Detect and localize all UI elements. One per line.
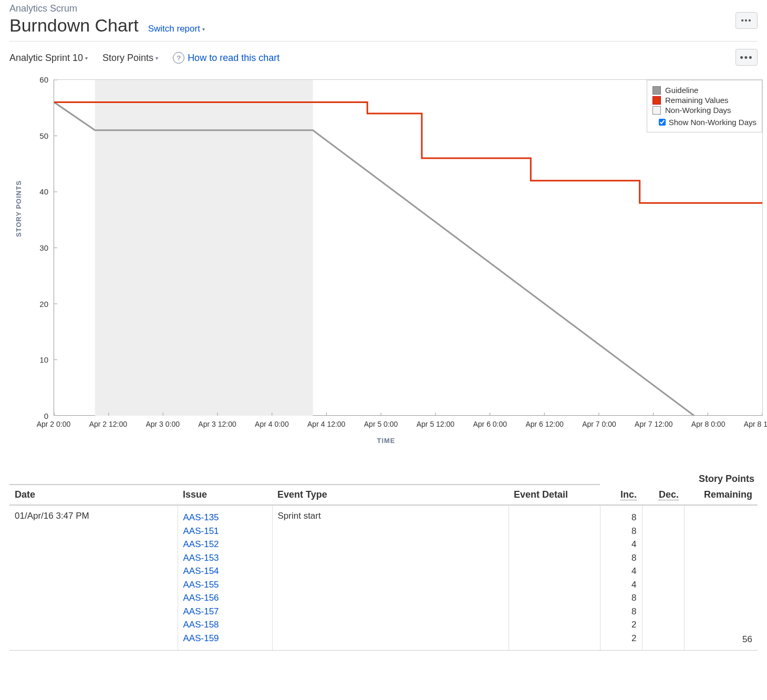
help-icon: ?: [173, 52, 184, 64]
divider: [9, 41, 758, 42]
inc-value: 8: [606, 511, 637, 524]
legend-label-remaining: Remaining Values: [665, 96, 729, 105]
issue-link[interactable]: AAS-152: [183, 538, 267, 551]
sprint-picker-label: Analytic Sprint 10: [9, 53, 83, 64]
burndown-chart: STORY POINTS 0102030405060 Guideline Rem…: [15, 79, 758, 458]
cell-event-type: Sprint start: [272, 505, 509, 651]
chevron-down-icon: ▾: [156, 55, 158, 61]
events-table: Story Points Date Issue Event Type Event…: [9, 473, 758, 651]
issue-link[interactable]: AAS-158: [183, 618, 267, 632]
col-dec-label: Dec.: [642, 485, 684, 505]
legend-swatch-remaining: [652, 96, 661, 105]
chart-more-actions-button[interactable]: •••: [735, 49, 758, 66]
y-tick: 60: [29, 75, 48, 84]
cell-issues: AAS-135AAS-151AAS-152AAS-153AAS-154AAS-1…: [178, 505, 272, 651]
inc-value: 4: [606, 538, 637, 551]
x-tick: Apr 8 0:00: [691, 420, 725, 428]
y-axis-label: STORY POINTS: [15, 180, 23, 237]
estimation-picker-label: Story Points: [102, 53, 153, 64]
x-tick: Apr 3 0:00: [146, 420, 180, 428]
x-tick: Apr 4 0:00: [255, 420, 289, 428]
x-axis-label: TIME: [377, 437, 395, 445]
inc-value: 8: [606, 551, 637, 565]
chart-plot-area: Guideline Remaining Values Non-Working D…: [54, 79, 763, 416]
more-actions-button[interactable]: •••: [735, 12, 758, 29]
x-tick: Apr 3 12:00: [198, 420, 236, 428]
legend-label-nonworking: Non-Working Days: [665, 106, 731, 115]
x-tick: Apr 6 12:00: [525, 420, 563, 428]
col-date: [9, 473, 178, 485]
ellipsis-icon: •••: [741, 16, 752, 25]
cell-event-detail: [509, 505, 600, 651]
issue-link[interactable]: AAS-156: [183, 591, 267, 605]
legend-swatch-guideline: [652, 86, 661, 95]
sprint-picker[interactable]: Analytic Sprint 10▾: [9, 53, 88, 64]
chevron-down-icon: ▾: [202, 26, 205, 32]
issue-link[interactable]: AAS-135: [183, 511, 267, 524]
cell-dec: [642, 505, 684, 651]
legend-swatch-nonworking: [652, 106, 661, 115]
page-title: Burndown Chart: [9, 15, 139, 36]
y-tick: 50: [29, 131, 48, 140]
issue-link[interactable]: AAS-151: [183, 524, 267, 538]
how-to-read-link[interactable]: ? How to read this chart: [173, 52, 279, 64]
issue-link[interactable]: AAS-159: [183, 632, 267, 645]
inc-value: 8: [606, 524, 637, 538]
show-nonworking-checkbox[interactable]: [659, 119, 666, 126]
legend-label-guideline: Guideline: [665, 86, 698, 95]
x-tick: Apr 8 12:00: [744, 420, 767, 428]
x-tick: Apr 4 12:00: [307, 420, 345, 428]
chart-legend: Guideline Remaining Values Non-Working D…: [647, 80, 762, 132]
x-tick: Apr 7 12:00: [635, 420, 672, 428]
y-tick: 30: [29, 243, 48, 252]
inc-value: 4: [606, 578, 637, 592]
y-tick: 0: [29, 411, 48, 420]
x-tick: Apr 2 12:00: [89, 420, 127, 428]
issue-link[interactable]: AAS-157: [183, 605, 267, 619]
col-remaining-label: Remaining: [684, 485, 758, 505]
issue-link[interactable]: AAS-155: [183, 578, 267, 592]
switch-report-link[interactable]: Switch report▾: [148, 24, 205, 34]
issue-link[interactable]: AAS-154: [183, 564, 267, 578]
estimation-picker[interactable]: Story Points▾: [102, 53, 158, 64]
col-etype-label: Event Type: [272, 485, 509, 505]
col-date-label: Date: [9, 485, 178, 505]
x-tick: Apr 5 0:00: [364, 420, 398, 428]
inc-value: 2: [606, 632, 637, 645]
x-tick: Apr 5 12:00: [417, 420, 454, 428]
y-tick: 10: [29, 355, 48, 364]
show-nonworking-label: Show Non-Working Days: [669, 118, 756, 127]
cell-remaining: 56: [684, 505, 758, 651]
breadcrumb[interactable]: Analytics Scrum: [9, 0, 758, 14]
y-tick: 20: [29, 299, 48, 308]
x-tick: Apr 6 0:00: [473, 420, 507, 428]
col-edetail-label: Event Detail: [509, 485, 600, 505]
col-inc-label: Inc.: [600, 485, 642, 505]
col-edetail-ph: [509, 473, 600, 485]
table-row: 01/Apr/16 3:47 PM AAS-135AAS-151AAS-152A…: [9, 505, 758, 651]
col-issue-label: Issue: [178, 485, 272, 505]
story-points-header: Story Points: [600, 473, 758, 485]
inc-value: 2: [606, 618, 637, 632]
cell-inc: 8848448822: [600, 505, 642, 651]
switch-report-label: Switch report: [148, 24, 200, 34]
how-to-read-label: How to read this chart: [188, 53, 279, 64]
cell-date: 01/Apr/16 3:47 PM: [9, 505, 178, 651]
issue-link[interactable]: AAS-153: [183, 551, 267, 565]
y-tick: 40: [29, 187, 48, 196]
col-etype-ph: [272, 473, 509, 485]
x-tick: Apr 7 0:00: [582, 420, 616, 428]
col-issue-ph: [178, 473, 272, 485]
inc-value: 8: [606, 591, 637, 605]
ellipsis-icon: •••: [740, 52, 753, 63]
chevron-down-icon: ▾: [85, 55, 88, 61]
x-tick: Apr 2 0:00: [37, 420, 71, 428]
inc-value: 4: [606, 564, 637, 578]
inc-value: 8: [606, 605, 637, 619]
